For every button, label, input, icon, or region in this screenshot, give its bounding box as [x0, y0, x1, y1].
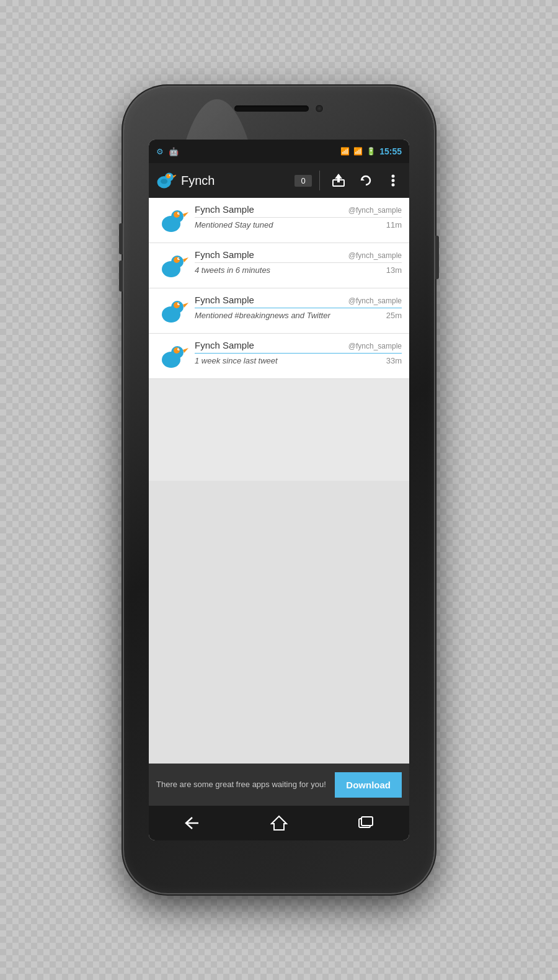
tweet-time: 25m: [386, 311, 402, 320]
svg-point-2: [161, 179, 167, 184]
phone-device: ⚙ 🤖 📶 📶 🔋 15:55 Fynch: [124, 87, 434, 893]
signal-icon: 📶: [353, 147, 363, 156]
share-button[interactable]: [327, 169, 350, 192]
tweet-text: Mentioned Stay tuned: [195, 220, 381, 229]
svg-marker-39: [272, 816, 286, 830]
download-button[interactable]: Download: [335, 772, 402, 798]
avatar: [156, 340, 188, 372]
volume-up-button[interactable]: [119, 223, 123, 254]
tweet-header: Fynch Sample @fynch_sample: [195, 249, 402, 263]
header-badge: 0: [294, 175, 312, 187]
status-bar-left: ⚙ 🤖: [156, 147, 179, 156]
android-status-icon: 🤖: [169, 147, 179, 156]
tweet-time: 13m: [386, 265, 402, 275]
app-title: Fynch: [181, 174, 290, 188]
phone-top-bar: [234, 104, 324, 113]
svg-point-19: [179, 213, 180, 214]
tweet-text: Mentioned #breakingnews and Twitter: [195, 311, 381, 320]
svg-marker-35: [183, 348, 188, 353]
list-item[interactable]: Fynch Sample @fynch_sample Mentioned #br…: [149, 288, 409, 334]
status-bar: ⚙ 🤖 📶 📶 🔋 15:55: [149, 140, 409, 163]
settings-status-icon: ⚙: [156, 147, 164, 156]
refresh-button[interactable]: [355, 169, 377, 192]
app-header: Fynch 0: [149, 163, 409, 198]
svg-marker-23: [183, 257, 188, 262]
back-button[interactable]: [174, 811, 211, 835]
volume-down-button[interactable]: [119, 261, 123, 292]
svg-marker-8: [335, 174, 342, 179]
svg-rect-41: [361, 817, 373, 826]
tweet-header: Fynch Sample @fynch_sample: [195, 204, 402, 218]
front-camera: [315, 104, 324, 113]
svg-point-11: [392, 175, 395, 178]
tweet-content: Fynch Sample @fynch_sample 1 week since …: [195, 340, 402, 372]
svg-point-13: [392, 184, 395, 187]
status-bar-right: 📶 📶 🔋 15:55: [340, 146, 402, 156]
tweet-handle: @fynch_sample: [348, 296, 402, 305]
tweet-body: Mentioned #breakingnews and Twitter 25m: [195, 311, 402, 320]
battery-icon: 🔋: [366, 147, 376, 156]
tweet-time: 33m: [386, 356, 402, 365]
list-item[interactable]: Fynch Sample @fynch_sample Mentioned Sta…: [149, 198, 409, 243]
tweet-content: Fynch Sample @fynch_sample Mentioned Sta…: [195, 204, 402, 236]
ad-banner: There are some great free apps waiting f…: [149, 764, 409, 806]
tweet-handle: @fynch_sample: [348, 206, 402, 215]
tweet-header: Fynch Sample @fynch_sample: [195, 340, 402, 354]
list-item[interactable]: Fynch Sample @fynch_sample 1 week since …: [149, 334, 409, 379]
tweet-content: Fynch Sample @fynch_sample 4 tweets in 6…: [195, 249, 402, 282]
tweet-name: Fynch Sample: [195, 295, 254, 305]
tweet-name: Fynch Sample: [195, 340, 254, 350]
wifi-icon: 📶: [340, 147, 350, 156]
svg-point-6: [170, 175, 170, 176]
tweet-text: 1 week since last tweet: [195, 356, 381, 365]
svg-point-31: [179, 303, 180, 305]
tweet-name: Fynch Sample: [195, 204, 254, 215]
tweet-name: Fynch Sample: [195, 249, 254, 260]
tweet-body: Mentioned Stay tuned 11m: [195, 220, 402, 229]
tweet-header: Fynch Sample @fynch_sample: [195, 295, 402, 308]
svg-point-25: [179, 258, 180, 259]
header-divider: [319, 171, 320, 190]
tweet-body: 4 tweets in 6 minutes 13m: [195, 265, 402, 275]
tweet-time: 11m: [386, 220, 402, 229]
svg-point-12: [392, 179, 395, 182]
home-button[interactable]: [260, 811, 298, 835]
more-options-button[interactable]: [382, 169, 404, 192]
avatar: [156, 204, 188, 236]
tweet-handle: @fynch_sample: [348, 342, 402, 350]
power-button[interactable]: [435, 236, 439, 279]
svg-marker-29: [183, 303, 188, 308]
status-time: 15:55: [379, 146, 402, 156]
svg-marker-17: [183, 212, 188, 217]
empty-content-area: [149, 481, 409, 764]
app-logo-icon: [154, 169, 176, 192]
list-item[interactable]: Fynch Sample @fynch_sample 4 tweets in 6…: [149, 243, 409, 288]
tweet-content: Fynch Sample @fynch_sample Mentioned #br…: [195, 295, 402, 327]
svg-point-37: [179, 349, 180, 350]
tweet-handle: @fynch_sample: [348, 251, 402, 260]
phone-screen: ⚙ 🤖 📶 📶 🔋 15:55 Fynch: [149, 140, 409, 840]
speaker-grille: [234, 105, 309, 112]
tweet-list: Fynch Sample @fynch_sample Mentioned Sta…: [149, 198, 409, 481]
tweet-body: 1 week since last tweet 33m: [195, 356, 402, 365]
ad-text: There are some great free apps waiting f…: [156, 779, 335, 790]
tweet-text: 4 tweets in 6 minutes: [195, 265, 381, 275]
recent-apps-button[interactable]: [347, 811, 384, 835]
navigation-bar: [149, 806, 409, 840]
avatar: [156, 249, 188, 282]
avatar: [156, 295, 188, 327]
